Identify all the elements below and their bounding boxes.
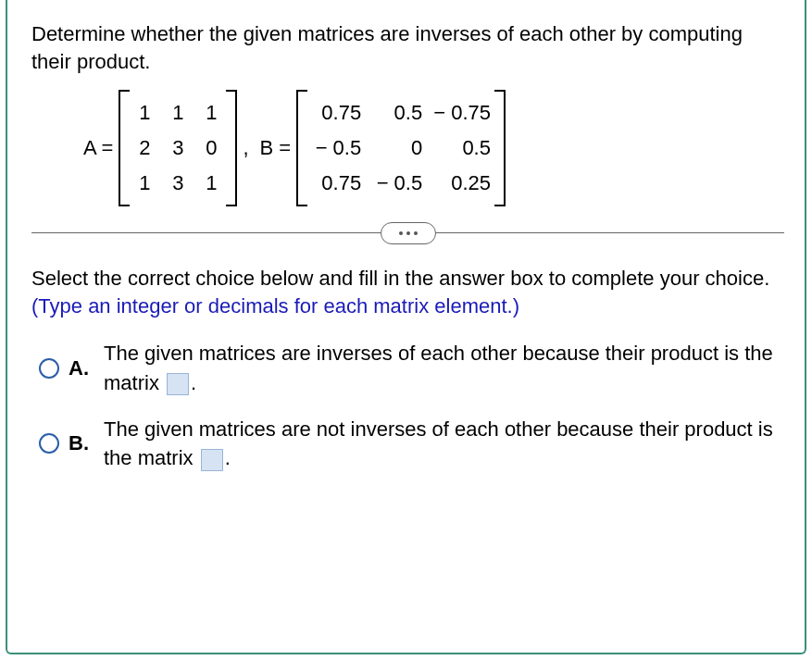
choice-a[interactable]: A. The given matrices are inverses of ea…: [39, 339, 784, 398]
question-prompt: Determine whether the given matrices are…: [31, 20, 784, 75]
matrix-b-cell: − 0.5: [367, 166, 428, 201]
matrix-b: 0.75 0.5 − 0.75 − 0.5 0 0.5 0.75 − 0.5 0…: [296, 90, 506, 206]
matrix-b-cell: − 0.75: [428, 95, 496, 131]
matrix-b-cell: 0: [367, 131, 428, 166]
select-prompt: Select the correct choice below and fill…: [31, 267, 769, 290]
choice-a-text-before: The given matrices are inverses of each …: [104, 342, 773, 394]
select-hint: (Type an integer or decimals for each ma…: [31, 294, 519, 318]
dots-icon: [406, 231, 410, 235]
matrix-b-cell: − 0.5: [306, 131, 367, 166]
choice-b[interactable]: B. The given matrices are not inverses o…: [39, 415, 784, 474]
choice-b-text: The given matrices are not inverses of e…: [104, 415, 784, 474]
matrix-a-cell: 3: [161, 131, 194, 166]
matrix-b-cell: 0.75: [306, 95, 367, 131]
radio-a[interactable]: [39, 358, 59, 379]
matrix-a-cell: 1: [128, 166, 161, 201]
matrix-a-cell: 1: [128, 95, 161, 131]
choice-a-text-after: .: [191, 371, 196, 394]
choice-a-text: The given matrices are inverses of each …: [104, 339, 784, 398]
dots-icon: [399, 231, 403, 235]
matrix-b-cell: 0.75: [306, 166, 367, 201]
matrix-a-cell: 1: [161, 95, 194, 131]
choice-b-label: B.: [69, 431, 94, 455]
expand-button[interactable]: [381, 222, 436, 244]
dots-icon: [414, 231, 418, 235]
choice-a-label: A.: [69, 356, 94, 380]
matrix-a-cell: 2: [128, 131, 161, 166]
choice-b-text-after: .: [225, 446, 231, 469]
answer-box-a[interactable]: [167, 373, 189, 395]
matrix-a: 1 1 1 2 3 0 1 3 1: [119, 90, 237, 206]
matrix-b-cell: 0.5: [367, 95, 428, 131]
matrix-b-label: B =: [255, 136, 297, 160]
matrix-a-cell: 0: [194, 131, 228, 166]
answer-box-b[interactable]: [201, 449, 223, 471]
matrix-a-label: A =: [78, 136, 119, 160]
matrix-a-cell: 1: [194, 95, 228, 131]
matrix-separator: ,: [237, 136, 254, 160]
matrix-a-cell: 1: [194, 166, 228, 201]
matrix-b-cell: 0.25: [428, 166, 496, 201]
matrix-a-cell: 3: [161, 166, 194, 201]
matrices-block: A = 1 1 1 2 3 0 1 3 1: [78, 90, 784, 206]
matrix-b-cell: 0.5: [428, 131, 496, 166]
radio-b[interactable]: [39, 433, 59, 454]
